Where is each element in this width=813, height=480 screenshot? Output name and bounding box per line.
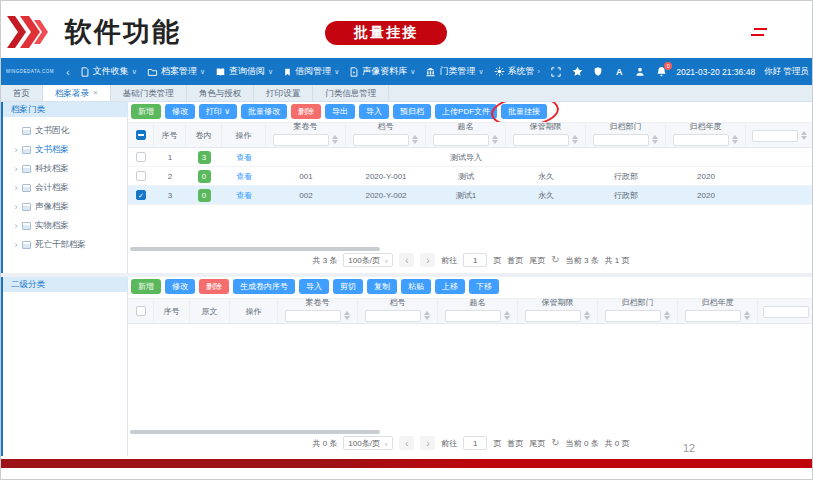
sort-icon[interactable] [801,128,807,143]
add-button[interactable]: 新增 [131,279,161,294]
expand-arrow-icon[interactable]: › [11,183,21,193]
expand-arrow-icon[interactable]: › [11,240,21,250]
prev-page-button[interactable]: ‹ [399,253,414,267]
filter-input[interactable] [353,134,409,146]
view-link[interactable]: 查看 [236,171,252,182]
next-page-button[interactable]: › [420,253,435,267]
expand-arrow-icon[interactable]: › [11,164,21,174]
row-checkbox[interactable] [136,171,146,181]
nav-item-system[interactable]: 系统管 › [494,65,540,78]
filter-input[interactable] [513,134,569,146]
horizontal-scrollbar[interactable] [130,430,380,434]
filter-input[interactable] [273,134,329,146]
last-page-button[interactable]: 尾页 [529,438,545,449]
page-size-select[interactable]: 100条/页 ∨ [343,436,393,450]
table-row[interactable]: 3 0 查看 002 2020-Y-002 测试1 永久 行政部 2020 [128,186,813,205]
nav-item-borrow-manage[interactable]: 借阅管理 ∨ [283,65,339,78]
sort-icon[interactable] [652,132,658,147]
tree-item-tech-archive[interactable]: › 科技档案 [3,159,127,178]
filter-input[interactable] [285,310,341,322]
filter-input[interactable] [685,310,741,322]
tree-item-physical-archive[interactable]: › 实物档案 [3,216,127,235]
user-icon[interactable] [634,66,646,78]
horizontal-scrollbar[interactable] [130,247,380,251]
generate-seq-button[interactable]: 生成卷内序号 [233,279,295,294]
tree-item-accounting-archive[interactable]: › 会计档案 [3,178,127,197]
shield-icon[interactable] [592,66,604,78]
tab-roles[interactable]: 角色与授权 [187,85,255,101]
sort-icon[interactable] [584,308,590,323]
row-checkbox[interactable] [136,190,146,200]
sort-icon[interactable] [492,132,498,147]
tab-category-info[interactable]: 门类信息管理 [313,85,389,101]
sort-icon[interactable] [344,308,350,323]
move-down-button[interactable]: 下移 [469,279,499,294]
nav-item-category-manage[interactable]: 门类管理 ∨ [425,65,483,78]
delete-button[interactable]: 删除 [291,104,321,119]
pre-archive-button[interactable]: 预归档 [393,104,431,119]
export-button[interactable]: 导出 [325,104,355,119]
last-page-button[interactable]: 尾页 [529,255,545,266]
row-checkbox[interactable] [136,152,146,162]
sort-icon[interactable] [732,132,738,147]
expand-arrow-icon[interactable]: › [11,145,21,155]
sort-icon[interactable] [504,308,510,323]
volume-count-badge[interactable]: 3 [198,151,211,164]
copy-button[interactable]: 复制 [367,279,397,294]
goto-page-input[interactable] [463,253,487,267]
tree-item-media-archive[interactable]: › 声像档案 [3,197,127,216]
expand-arrow-icon[interactable]: › [11,221,21,231]
filter-input[interactable] [433,134,489,146]
close-icon[interactable]: × [93,85,98,101]
refresh-icon[interactable]: ↻ [551,255,559,265]
tab-archive-catalog[interactable]: 档案著录 × [43,85,111,101]
table-row[interactable]: 1 3 查看 测试导入 [128,148,813,167]
tree-item-deceased-cadre-archive[interactable]: › 死亡干部档案 [3,235,127,254]
nav-item-archive-manage[interactable]: 档案管理 ∨ [147,65,205,78]
filter-input[interactable] [763,306,809,318]
sidebar-collapse-icon[interactable]: ‹ [66,66,70,78]
nav-item-media-library[interactable]: 声像资料库 ∨ [349,65,415,78]
delete-button[interactable]: 删除 [199,279,229,294]
page-size-select[interactable]: 100条/页 ∨ [343,253,393,267]
prev-page-button[interactable]: ‹ [399,436,414,450]
select-all-checkbox[interactable] [136,130,146,140]
sort-icon[interactable] [424,308,430,323]
bell-icon[interactable]: 0 [655,66,667,78]
view-link[interactable]: 查看 [236,190,252,201]
tree-item-document-archive[interactable]: › 文书档案 [3,140,127,159]
goto-page-input[interactable] [463,436,487,450]
add-button[interactable]: 新增 [131,104,161,119]
star-icon[interactable] [571,66,583,78]
sort-icon[interactable] [412,132,418,147]
tab-home[interactable]: 首页 [1,85,43,101]
tree-item-doc-solidify[interactable]: 文书固化 [3,121,127,140]
expand-arrow-icon[interactable]: › [11,202,21,212]
filter-input[interactable] [445,310,501,322]
filter-input[interactable] [365,310,421,322]
fullscreen-icon[interactable] [550,66,562,78]
first-page-button[interactable]: 首页 [507,255,523,266]
tab-base-category[interactable]: 基础门类管理 [111,85,187,101]
batch-edit-button[interactable]: 批量修改 [241,104,287,119]
volume-count-badge[interactable]: 0 [198,170,211,183]
cut-button[interactable]: 剪切 [333,279,363,294]
edit-button[interactable]: 修改 [165,279,195,294]
import-button[interactable]: 导入 [299,279,329,294]
filter-input[interactable] [673,134,729,146]
nav-item-file-collect[interactable]: 文件收集 ∨ [80,65,137,78]
refresh-icon[interactable]: ↻ [551,438,559,448]
filter-input[interactable] [752,130,798,142]
nav-item-query-borrow[interactable]: 查询借阅 ∨ [215,65,273,78]
view-link[interactable]: 查看 [236,152,252,163]
move-up-button[interactable]: 上移 [435,279,465,294]
sort-icon[interactable] [664,308,670,323]
filter-input[interactable] [593,134,649,146]
edit-button[interactable]: 修改 [165,104,195,119]
print-button[interactable]: 打印 ∨ [199,104,237,119]
sort-icon[interactable] [332,132,338,147]
paste-button[interactable]: 粘贴 [401,279,431,294]
batch-link-button[interactable]: 批量挂接 [501,104,547,119]
volume-count-badge[interactable]: 0 [198,189,211,202]
tab-print-settings[interactable]: 打印设置 [254,85,313,101]
